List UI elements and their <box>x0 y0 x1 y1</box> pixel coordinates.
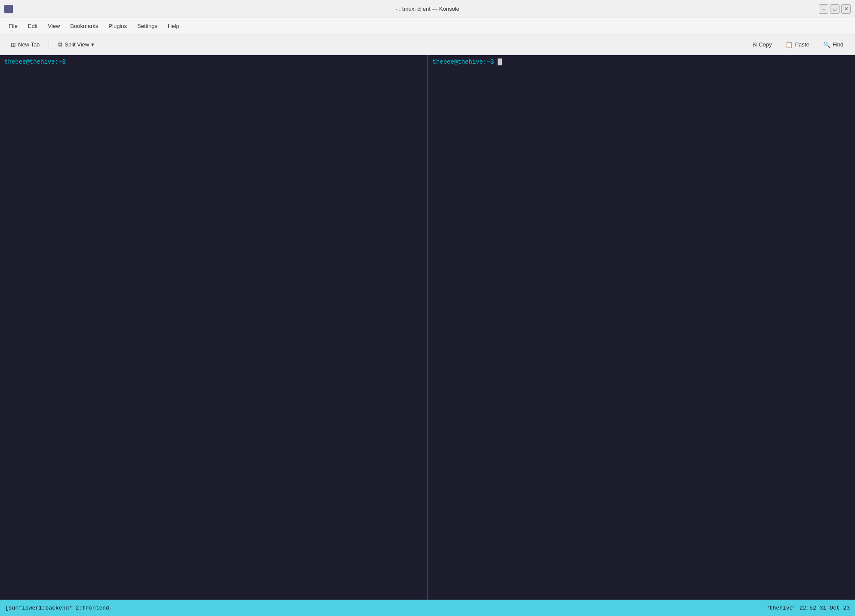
status-left-text: [sunflower1:backend* 2:frontend- <box>5 605 766 611</box>
minimize-button[interactable]: ─ <box>819 4 828 14</box>
menu-help[interactable]: Help <box>163 20 185 32</box>
close-button[interactable]: ✕ <box>841 4 851 14</box>
new-tab-label: New Tab <box>18 41 40 48</box>
maximize-button[interactable]: □ <box>830 4 840 14</box>
menu-file[interactable]: File <box>3 20 23 32</box>
find-icon: 🔍 <box>823 41 830 48</box>
terminal-area: thebee@thehive:~$ thebee@thehive:~$ <box>0 55 855 600</box>
right-prompt: thebee@thehive:~$ <box>433 59 494 65</box>
terminal-cursor <box>498 59 502 65</box>
copy-label: Copy <box>759 41 772 48</box>
split-view-button[interactable]: ⧉ Split View ▾ <box>52 38 100 51</box>
copy-button[interactable]: ⎘ Copy <box>747 38 778 51</box>
menu-edit[interactable]: Edit <box>23 20 43 32</box>
toolbar-right: ⎘ Copy 📋 Paste 🔍 Find <box>747 38 850 51</box>
status-right-text: "thehive" 22:52 31-Oct-23 <box>766 605 850 611</box>
window-controls: ─ □ ✕ <box>819 4 851 14</box>
find-label: Find <box>833 41 843 48</box>
menu-view[interactable]: View <box>43 20 65 32</box>
menu-bar: File Edit View Bookmarks Plugins Setting… <box>0 18 855 34</box>
split-view-icon: ⧉ <box>58 41 62 48</box>
left-prompt: thebee@thehive:~$ <box>4 59 66 65</box>
copy-icon: ⎘ <box>753 41 757 48</box>
terminal-left-pane[interactable]: thebee@thehive:~$ <box>0 55 427 600</box>
paste-label: Paste <box>795 41 809 48</box>
find-button[interactable]: 🔍 Find <box>817 38 850 51</box>
split-view-label: Split View <box>65 41 89 48</box>
toolbar-separator-1 <box>49 40 49 50</box>
menu-plugins[interactable]: Plugins <box>103 20 132 32</box>
window-title: - : tmux: client — Konsole <box>396 6 459 12</box>
new-tab-button[interactable]: ⊞ New Tab <box>5 38 45 51</box>
chevron-down-icon: ▾ <box>91 41 94 48</box>
status-bar: [sunflower1:backend* 2:frontend- "thehiv… <box>0 600 855 616</box>
toolbar: ⊞ New Tab ⧉ Split View ▾ ⎘ Copy 📋 Paste … <box>0 34 855 55</box>
new-tab-icon: ⊞ <box>11 41 16 48</box>
title-bar: - : tmux: client — Konsole ─ □ ✕ <box>0 0 855 18</box>
paste-button[interactable]: 📋 Paste <box>779 38 815 51</box>
terminal-right-pane[interactable]: thebee@thehive:~$ <box>428 55 855 600</box>
menu-bookmarks[interactable]: Bookmarks <box>65 20 103 32</box>
paste-icon: 📋 <box>785 41 793 48</box>
menu-settings[interactable]: Settings <box>132 20 163 32</box>
app-icon <box>4 5 13 13</box>
